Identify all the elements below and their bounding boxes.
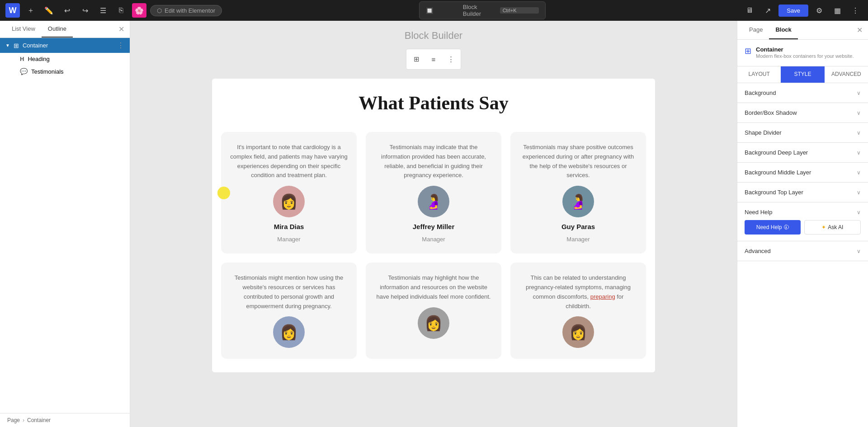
more-icon[interactable]: ⋮ xyxy=(117,41,124,50)
breadcrumb: Page › Container xyxy=(0,413,130,427)
accordion-bg-deep-header[interactable]: Background Deep Layer ∨ xyxy=(737,143,868,162)
yellow-dot xyxy=(217,187,230,199)
accordion-advanced: Advanced ∨ xyxy=(737,241,868,261)
avatar: 👩 xyxy=(273,316,305,348)
testimonial-text: Testimonials may indicate that the infor… xyxy=(375,143,492,180)
chevron-icon: ∨ xyxy=(857,150,861,156)
background-label: Background xyxy=(745,89,776,96)
more-options-icon[interactable]: ⋮ xyxy=(848,3,863,18)
save-button[interactable]: Save xyxy=(778,5,808,17)
canvas-header: Block Builder xyxy=(405,30,462,42)
accordion-bg-middle-header[interactable]: Background Middle Layer ∨ xyxy=(737,163,868,182)
search-placeholder: Block Builder xyxy=(463,4,496,17)
tab-layout[interactable]: LAYOUT xyxy=(737,66,781,83)
more-block-icon[interactable]: ⋮ xyxy=(443,51,459,67)
preparing-link[interactable]: preparing xyxy=(590,293,615,300)
tab-advanced[interactable]: ADVANCED xyxy=(825,66,868,83)
panel-toggle-icon[interactable]: ▦ xyxy=(830,3,844,18)
accordion-border: Border/Box Shadow ∨ xyxy=(737,103,868,123)
testimonial-card: It's important to note that cardiology i… xyxy=(221,132,357,253)
avatar: 🤰 xyxy=(418,186,449,217)
redo-icon[interactable]: ↪ xyxy=(78,3,92,18)
avatar: 👩 xyxy=(418,307,449,339)
elementor-icon: ⬡ xyxy=(157,7,162,14)
page-title-section: What Patients Say xyxy=(221,92,646,114)
external-icon[interactable]: ↗ xyxy=(760,3,775,18)
accordion-advanced-header[interactable]: Advanced ∨ xyxy=(737,241,868,261)
breadcrumb-root[interactable]: Page xyxy=(7,417,20,423)
copy-icon[interactable]: ⎘ xyxy=(114,3,128,18)
search-icon: 🔲 xyxy=(426,7,459,14)
search-bar[interactable]: 🔲 Block Builder Ctrl+K xyxy=(419,1,546,19)
heading-label: Heading xyxy=(28,56,126,62)
tree-item-testimonials[interactable]: 💬 Testimonials xyxy=(16,65,130,78)
sidebar-close-icon[interactable]: ✕ xyxy=(118,25,124,33)
accordion-bg-top: Background Top Layer ∨ xyxy=(737,183,868,202)
help-buttons: Need Help 🛈 ✦ Ask AI xyxy=(745,220,861,235)
accordion-shape-divider-header[interactable]: Shape Divider ∨ xyxy=(737,123,868,142)
testimonial-text: Testimonials may share positive outcomes… xyxy=(519,143,637,180)
right-close-icon[interactable]: ✕ xyxy=(857,26,863,34)
search-shortcut: Ctrl+K xyxy=(500,7,539,14)
avatar: 🤰 xyxy=(562,186,594,217)
chevron-icon: ∨ xyxy=(857,169,861,176)
align-icon[interactable]: ≡ xyxy=(425,51,442,67)
tab-style[interactable]: STYLE xyxy=(781,66,824,83)
layout-icon[interactable]: ⊞ xyxy=(408,51,425,67)
testimonial-text: Testimonials might mention how using the… xyxy=(230,273,348,311)
tab-list-view[interactable]: List View xyxy=(5,21,42,38)
topbar: W ＋ ✏️ ↩ ↪ ☰ ⎘ 🌸 ⬡ Edit with Elementor 🔲… xyxy=(0,0,868,21)
block-toolbar: ⊞ ≡ ⋮ xyxy=(406,49,461,70)
responsive-icon[interactable]: 🖥 xyxy=(742,3,757,18)
accordion-bg-top-header[interactable]: Background Top Layer ∨ xyxy=(737,183,868,202)
testimonial-card: Testimonials may highlight how the infor… xyxy=(366,263,501,359)
bg-deep-label: Background Deep Layer xyxy=(745,149,808,156)
tab-outline[interactable]: Outline xyxy=(42,21,73,38)
avatar: 👩 xyxy=(273,186,305,217)
need-help-label-row: Need Help ∨ xyxy=(745,209,861,216)
testimonial-card: Testimonials may share positive outcomes… xyxy=(510,132,646,253)
testimonial-role: Manager xyxy=(566,236,590,243)
chevron-icon: ∨ xyxy=(857,90,861,96)
tree-item-label: Container xyxy=(23,42,113,49)
advanced-label: Advanced xyxy=(745,248,771,254)
testimonial-text: Testimonials may highlight how the infor… xyxy=(375,273,492,301)
breadcrumb-current: Container xyxy=(27,417,51,423)
accordion-background-header[interactable]: Background ∨ xyxy=(737,83,868,103)
pencil-icon[interactable]: ✏️ xyxy=(42,3,56,18)
settings-icon[interactable]: ⚙ xyxy=(812,3,826,18)
tree-item-container[interactable]: ▼ ⊞ Container ⋮ xyxy=(0,38,130,53)
tree-item-heading[interactable]: H Heading xyxy=(16,53,130,65)
style-tab-bar: LAYOUT STYLE ADVANCED xyxy=(737,66,868,83)
tab-block[interactable]: Block xyxy=(769,21,797,39)
testimonial-card: This can be related to understanding pre… xyxy=(510,263,646,359)
wp-logo-icon[interactable]: W xyxy=(5,3,20,18)
testimonial-card: Testimonials may indicate that the infor… xyxy=(366,132,501,253)
accordion-background: Background ∨ xyxy=(737,83,868,103)
sidebar-tab-bar: List View Outline ✕ xyxy=(0,21,130,38)
bg-top-label: Background Top Layer xyxy=(745,189,803,196)
page-title: What Patients Say xyxy=(221,92,646,114)
add-button[interactable]: ＋ xyxy=(24,3,38,18)
undo-icon[interactable]: ↩ xyxy=(60,3,74,18)
plugin-icon[interactable]: 🌸 xyxy=(132,3,146,18)
tab-page[interactable]: Page xyxy=(743,21,769,39)
chevron-icon: ∨ xyxy=(857,189,861,196)
ai-star-icon: ✦ xyxy=(821,224,826,230)
menu-icon[interactable]: ☰ xyxy=(96,3,110,18)
edit-with-elementor-button[interactable]: ⬡ Edit with Elementor xyxy=(150,5,222,16)
container-label: Container xyxy=(756,46,854,53)
testimonial-card: Testimonials might mention how using the… xyxy=(221,263,357,359)
testimonial-text: This can be related to understanding pre… xyxy=(519,273,637,311)
sidebar-content: ▼ ⊞ Container ⋮ H Heading 💬 Testimonials xyxy=(0,38,130,413)
chevron-icon: ∨ xyxy=(857,209,861,216)
ask-ai-button[interactable]: ✦ Ask AI xyxy=(804,220,861,235)
testimonial-text: It's important to note that cardiology i… xyxy=(230,143,348,180)
right-sidebar: Page Block ✕ ⊞ Container Modern flex-box… xyxy=(737,21,868,427)
accordion-border-header[interactable]: Border/Box Shadow ∨ xyxy=(737,103,868,122)
shape-divider-label: Shape Divider xyxy=(745,129,782,136)
need-help-button[interactable]: Need Help 🛈 xyxy=(745,220,801,235)
topbar-right: 🖥 ↗ Save ⚙ ▦ ⋮ xyxy=(742,3,863,18)
container-desc: Modern flex-box containers for your webs… xyxy=(756,53,854,60)
chevron-icon: ∨ xyxy=(857,130,861,136)
